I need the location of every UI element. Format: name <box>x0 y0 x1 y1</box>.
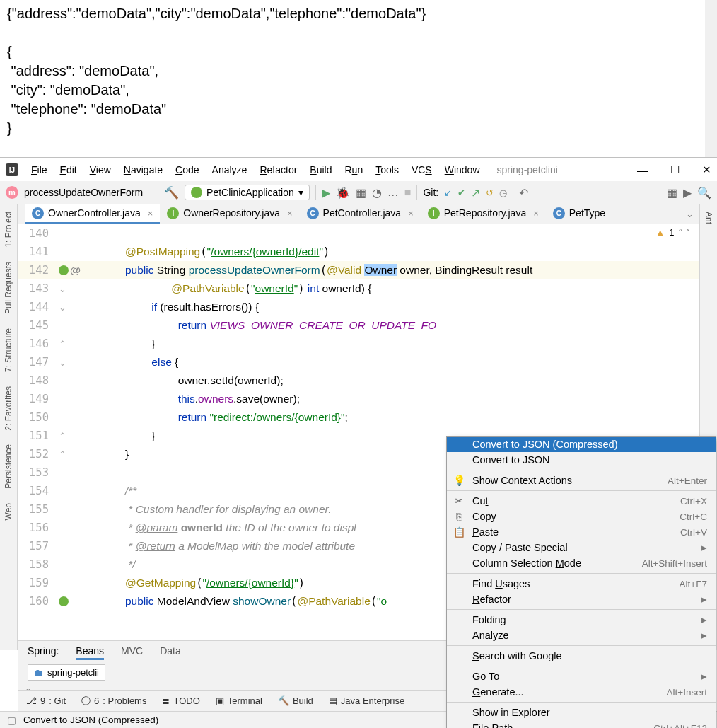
terminal-tool[interactable]: ▣Terminal <box>216 695 262 706</box>
git-label: Git: <box>423 187 438 198</box>
close-icon[interactable]: × <box>533 208 539 219</box>
ctx-shortcut: Alt+Insert <box>667 687 707 698</box>
ctx-item[interactable]: Search with Google <box>447 648 716 664</box>
menu-refactor[interactable]: Refactor <box>260 164 297 175</box>
ctx-label: Refactor <box>472 594 694 605</box>
structure-tool[interactable]: 7: Structure <box>1 321 16 379</box>
menu-build[interactable]: Build <box>310 164 332 175</box>
menu-edit[interactable]: Edit <box>60 164 77 175</box>
project-tool[interactable]: 1: Project <box>1 204 16 255</box>
web-tool[interactable]: Web <box>1 496 16 527</box>
spring-tab-data[interactable]: Data <box>160 645 181 660</box>
ctx-label: Generate... <box>472 686 660 698</box>
tab-pet-type[interactable]: CPetType <box>546 204 612 224</box>
git-history-button[interactable]: ↺ <box>486 187 494 198</box>
editor-tabs: COwnerController.java× IOwnerRepository.… <box>18 204 699 224</box>
gutter-nav-icon[interactable] <box>59 596 69 606</box>
build-tool[interactable]: 🔨Build <box>278 695 313 706</box>
menu-analyze[interactable]: Analyze <box>212 164 247 175</box>
ctx-item[interactable]: Analyze▸ <box>447 628 716 643</box>
coverage-button[interactable]: ▦ <box>356 186 366 200</box>
pull-requests-tool[interactable]: Pull Requests <box>1 255 16 321</box>
ctx-item[interactable]: Generate...Alt+Insert <box>447 684 716 700</box>
folder-icon: 🖿 <box>34 667 43 678</box>
spring-tab-beans[interactable]: Beans <box>76 645 104 660</box>
tabs-dropdown-icon[interactable]: ⌄ <box>680 209 699 219</box>
attach-button[interactable]: … <box>387 186 399 199</box>
tab-pet-repository[interactable]: IPetRepository.java× <box>421 204 546 224</box>
breadcrumb[interactable]: processUpdateOwnerForm <box>24 187 143 198</box>
problems-tool[interactable]: ⓘ6: Problems <box>81 695 146 707</box>
stop-button[interactable]: ■ <box>404 186 412 199</box>
tab-owner-controller[interactable]: COwnerController.java× <box>25 204 160 224</box>
gutter-nav-icon[interactable] <box>59 265 69 275</box>
tab-owner-repository[interactable]: IOwnerRepository.java× <box>160 204 299 224</box>
run-config-selector[interactable]: PetClinicApplication ▾ <box>185 185 310 200</box>
status-icon[interactable]: ▢ <box>7 715 16 726</box>
maximize-button[interactable]: ☐ <box>670 163 680 176</box>
run-button[interactable]: ▶ <box>322 186 330 200</box>
close-button[interactable]: ✕ <box>702 163 711 176</box>
menu-window[interactable]: Window <box>445 164 480 175</box>
output-panel: {"address":"demoData","city":"demoData",… <box>0 0 717 158</box>
back-button[interactable]: ↶ <box>519 186 528 200</box>
menu-navigate[interactable]: Navigate <box>124 164 163 175</box>
close-icon[interactable]: × <box>287 208 293 219</box>
ctx-item[interactable]: ✂CutCtrl+X <box>447 493 716 509</box>
spring-icon <box>191 187 202 198</box>
ctx-label: Copy <box>472 511 672 522</box>
ctx-item[interactable]: File PathCtrl+Alt+F12 <box>447 720 716 728</box>
ctx-item[interactable]: Folding▸ <box>447 612 716 628</box>
spring-project-chip[interactable]: 🖿spring-petclii <box>28 664 105 681</box>
ctx-item[interactable]: Convert to JSON <box>447 452 716 468</box>
scrollbar[interactable] <box>705 0 717 157</box>
tab-pet-controller[interactable]: CPetController.java× <box>300 204 421 224</box>
jee-tool[interactable]: ▤Java Enterprise <box>329 695 404 706</box>
menu-view[interactable]: View <box>90 164 111 175</box>
favorites-tool[interactable]: 2: Favorites <box>1 379 16 438</box>
context-menu: Convert to JSON (Compressed)Convert to J… <box>446 436 716 728</box>
git-tool[interactable]: ⎇9: Git <box>26 695 66 706</box>
close-icon[interactable]: × <box>148 208 153 219</box>
menu-run[interactable]: Run <box>344 164 363 175</box>
ctx-item[interactable]: Copy / Paste Special▸ <box>447 540 716 555</box>
ctx-item[interactable]: Convert to JSON (Compressed) <box>447 437 716 452</box>
ctx-item[interactable]: Show in Explorer <box>447 705 716 720</box>
branch-icon: ⎇ <box>26 695 37 706</box>
ctx-item[interactable]: ⎘CopyCtrl+C <box>447 509 716 524</box>
todo-tool[interactable]: ≣TODO <box>162 695 199 706</box>
ctx-icon: ✂ <box>453 495 465 507</box>
build-button[interactable]: 🔨 <box>164 185 179 200</box>
submenu-arrow-icon: ▸ <box>701 671 707 682</box>
ctx-item[interactable]: 💡Show Context ActionsAlt+Enter <box>447 473 716 488</box>
profile-button[interactable]: ◔ <box>372 186 382 200</box>
git-push-button[interactable]: ↗ <box>471 186 480 200</box>
menu-code[interactable]: Code <box>175 164 199 175</box>
spring-tab-mvc[interactable]: MVC <box>121 645 143 660</box>
inspection-badge[interactable]: ▲1 ˄ ˅ <box>655 227 691 238</box>
git-update-button[interactable]: ↙ <box>444 187 452 198</box>
main-toolbar: m processUpdateOwnerForm 🔨 PetClinicAppl… <box>0 181 717 204</box>
persistence-tool[interactable]: Persistence <box>1 437 16 496</box>
class-icon: C <box>307 207 319 219</box>
debug-button[interactable]: 🐞 <box>336 186 350 200</box>
search-everywhere-button[interactable]: 🔍 <box>697 186 711 200</box>
ctx-shortcut: Ctrl+Alt+F12 <box>653 723 707 729</box>
git-commit-button[interactable]: ✔ <box>457 187 465 198</box>
project-structure-button[interactable]: ▦ <box>667 186 677 200</box>
ctx-shortcut: Alt+Enter <box>668 475 707 486</box>
ctx-item[interactable]: Go To▸ <box>447 669 716 684</box>
minimize-button[interactable]: — <box>637 164 648 176</box>
git-log-button[interactable]: ◷ <box>499 187 507 198</box>
project-name: spring-petclini <box>497 164 558 175</box>
menu-file[interactable]: File <box>31 164 47 175</box>
fold-icon[interactable]: ⌄ <box>59 284 66 294</box>
ctx-item[interactable]: 📋PasteCtrl+V <box>447 524 716 540</box>
ctx-item[interactable]: Refactor▸ <box>447 591 716 607</box>
menu-vcs[interactable]: VCS <box>412 164 432 175</box>
ctx-item[interactable]: Column Selection ModeAlt+Shift+Insert <box>447 555 716 571</box>
ide-scripting-button[interactable]: ▶ <box>683 186 692 200</box>
menu-tools[interactable]: Tools <box>375 164 399 175</box>
ctx-item[interactable]: Find UsagesAlt+F7 <box>447 576 716 591</box>
close-icon[interactable]: × <box>408 208 414 219</box>
